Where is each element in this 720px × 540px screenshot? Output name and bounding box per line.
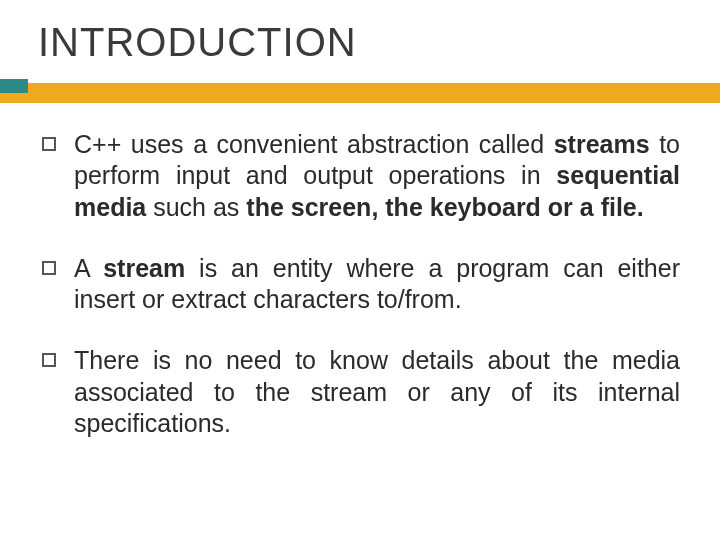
bullet-icon	[42, 353, 56, 367]
bullet-text: A stream is an entity where a program ca…	[74, 253, 680, 316]
bullet-icon	[42, 261, 56, 275]
slide-title: INTRODUCTION	[38, 20, 680, 65]
bullet-text: C++ uses a convenient abstraction called…	[74, 129, 680, 223]
list-item: C++ uses a convenient abstraction called…	[42, 129, 680, 223]
bullet-icon	[42, 137, 56, 151]
list-item: There is no need to know details about t…	[42, 345, 680, 439]
content-area: C++ uses a convenient abstraction called…	[34, 129, 680, 439]
divider-bar	[34, 79, 680, 103]
accent-tab	[0, 79, 28, 93]
slide: INTRODUCTION C++ uses a convenient abstr…	[0, 0, 720, 540]
bullet-text: There is no need to know details about t…	[74, 345, 680, 439]
accent-bar	[0, 83, 720, 103]
list-item: A stream is an entity where a program ca…	[42, 253, 680, 316]
